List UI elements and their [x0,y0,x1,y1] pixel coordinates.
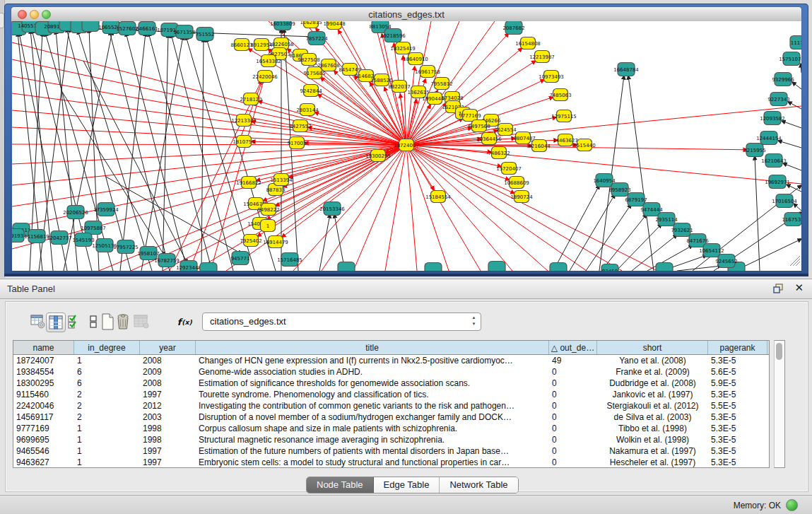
graph-node[interactable]: 7932621 [671,223,693,237]
graph-node[interactable]: 7955812 [430,78,452,90]
show-column-icon[interactable] [46,313,66,332]
graph-node[interactable]: 10688609 [504,177,529,189]
float-panel-icon[interactable] [773,284,784,293]
graph-node[interactable]: 15751074 [779,52,801,66]
table-cell: Estimation of significance thresholds fo… [196,378,549,389]
graph-node[interactable]: 8660123 [230,39,252,51]
graph-node[interactable] [82,21,99,32]
table-scrollbar-thumb[interactable] [776,343,782,360]
graph-node[interactable] [200,263,217,271]
table-row[interactable]: 946362711997Embryonic stem cells: a mode… [13,457,769,468]
column-header-out_de[interactable]: △ out_de… [549,341,597,354]
graph-node[interactable]: 2718120 [240,93,261,105]
graph-node[interactable]: 16210643 [761,154,787,168]
memory-ok-indicator[interactable] [786,499,798,511]
graph-node[interactable]: 11170 [790,36,801,49]
graph-node[interactable]: 16648784 [613,63,639,76]
svg-text:17359924: 17359924 [93,207,119,213]
graph-node[interactable]: 917003 [288,137,307,149]
graph-node[interactable]: 2087682 [502,21,524,35]
graph-node[interactable]: 15184554 [425,191,451,203]
graph-node[interactable]: 1990448 [323,21,345,30]
graph-node[interactable]: 19692971 [765,175,790,189]
graph-node[interactable]: 9671358 [173,25,195,39]
graph-node[interactable]: 6466161 [136,22,158,35]
graph-node[interactable]: 1162815 [300,21,322,28]
column-header-name[interactable]: name [13,341,74,354]
graph-node[interactable]: 8958923 [608,183,630,197]
column-header-year[interactable]: year [140,341,196,354]
graph-node[interactable]: 19166822 [236,177,261,189]
table-panel-titlebar[interactable]: Table Panel ✕ [0,279,812,299]
network-table-select[interactable]: citations_edges.txt ▲▼ [202,313,481,331]
table-row[interactable]: 1830029562008Estimation of significance … [13,378,769,389]
close-panel-icon[interactable]: ✕ [794,282,804,293]
graph-node[interactable] [550,263,567,271]
graph-node[interactable]: 945771 [231,252,250,265]
graph-node[interactable]: 1167533 [782,213,801,226]
column-header-title[interactable]: title [196,341,549,354]
graph-node[interactable] [656,263,673,271]
graph-node[interactable] [488,262,505,271]
graph-node[interactable]: 12213349 [231,115,257,127]
graph-node[interactable]: 17957225 [113,240,139,254]
graph-node[interactable] [425,263,442,271]
graph-node[interactable]: 39193 [12,229,24,243]
table-cell: 6 [74,366,140,378]
graph-node[interactable]: 8215955 [743,144,765,157]
svg-text:9827508: 9827508 [298,57,319,63]
graph-node[interactable]: 7925402 [240,235,261,247]
graph-node[interactable]: 16154808 [515,37,541,49]
table-row[interactable]: 1456911722003Disruption of a novel membe… [13,411,769,423]
network-window-titlebar[interactable]: citations_edges.txt [11,7,801,22]
graph-node[interactable]: 20153346 [319,202,345,216]
select-all-check-icon[interactable] [66,313,84,331]
tab-edge-table[interactable]: Edge Table [374,477,440,493]
graph-node[interactable]: 16033809 [270,21,295,30]
table-cell: Genome-wide association studies in ADHD. [196,366,549,378]
graph-node[interactable]: 9245652 [715,255,737,268]
column-header-short[interactable]: short [597,341,708,354]
table-cell: 1 [74,423,140,434]
function-builder-icon[interactable]: f(x) [176,313,194,331]
network-graph-canvas[interactable]: 1405571720891406106552871527602646616110… [12,21,801,271]
table-row[interactable]: 969969511998Structural magnetic resonanc… [13,434,769,445]
graph-node[interactable]: 7485063 [549,89,571,101]
graph-node[interactable]: 7857224 [305,32,328,45]
graph-node[interactable]: 20206526 [63,206,88,219]
table-settings-icon[interactable] [29,313,47,331]
graph-node[interactable]: 751552 [196,28,215,41]
graph-node[interactable]: 1527602 [116,22,138,35]
graph-node[interactable]: 7486322 [488,147,510,159]
table-scrollbar[interactable] [774,340,785,468]
delete-trash-icon[interactable] [114,313,132,331]
graph-node[interactable]: 1890724 [510,191,533,203]
graph-node[interactable]: 9227343 [767,93,789,106]
table-cell: 2008 [140,355,196,366]
tab-node-table[interactable]: Node Table [307,477,374,493]
graph-node[interactable]: 12444154 [756,132,782,145]
graph-node[interactable]: 1545193 [72,233,94,247]
graph-node[interactable]: 16914479 [263,236,288,248]
graph-node[interactable]: 9329966 [772,73,794,86]
column-header-in_degree[interactable]: in_degree [74,341,140,354]
table-row[interactable]: 977716911998Corpus callosum shape and si… [13,423,769,434]
graph-node[interactable]: 1 [261,220,276,232]
graph-node[interactable]: 12975115 [551,110,577,122]
node-table[interactable]: namein_degreeyeartitle△ out_de…shortpage… [13,340,770,468]
graph-node[interactable] [338,262,355,271]
table-row[interactable]: 1872400712008Changes of HCN gene express… [13,355,769,366]
graph-node[interactable]: 6216044 [528,140,551,152]
graph-node[interactable]: 15720407 [496,163,522,175]
graph-node[interactable]: 12093582 [760,112,785,125]
graph-node[interactable]: 12213987 [529,51,555,63]
graph-node[interactable]: 92450 [601,264,618,271]
table-row[interactable]: 946554611997Estimation of the future num… [13,445,769,457]
column-header-pagerank[interactable]: pagerank [708,341,767,354]
table-cell: 6 [74,378,140,389]
table-row[interactable]: 1938455462009Genome-wide association stu… [13,366,769,378]
graph-node[interactable]: 22420046 [252,71,278,83]
table-row[interactable]: 911546021997Tourette syndrome. Phenomeno… [13,389,769,400]
tab-network-table[interactable]: Network Table [440,477,517,493]
table-row[interactable]: 2242004622012Investigating the contribut… [13,400,769,411]
